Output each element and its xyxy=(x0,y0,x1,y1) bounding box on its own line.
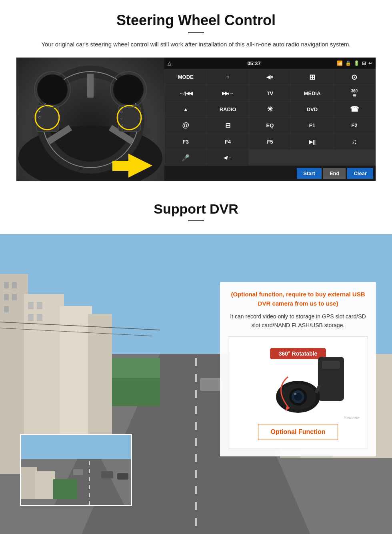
start-button[interactable]: Start xyxy=(297,168,322,179)
svg-rect-41 xyxy=(37,314,42,321)
svg-rect-51 xyxy=(200,378,222,391)
wifi-icon: 📶 xyxy=(337,60,343,66)
btn-f2[interactable]: F2 xyxy=(334,118,375,133)
end-button[interactable]: End xyxy=(323,168,346,179)
svg-rect-33 xyxy=(4,282,9,288)
lock-icon: 🔒 xyxy=(345,60,351,66)
btn-menu[interactable]: ≡ xyxy=(207,69,248,85)
svg-rect-64 xyxy=(73,469,83,475)
svg-rect-14 xyxy=(112,161,132,171)
optional-function-button[interactable]: Optional Function xyxy=(258,424,338,440)
android-ui-panel: △ 05:37 📶 🔒 🔋 ⊟ ↩ MODE ≡ ◀× ⊞ xyxy=(164,58,376,181)
svg-rect-39 xyxy=(37,302,42,309)
btn-dvd[interactable]: DVD xyxy=(291,102,333,117)
status-time: 05:37 xyxy=(247,60,260,66)
btn-tv[interactable]: TV xyxy=(249,85,291,101)
home-icon: △ xyxy=(168,60,171,66)
btn-music[interactable]: ♫ xyxy=(334,134,375,150)
dvr-info-box: (Optional function, require to buy exter… xyxy=(220,282,376,456)
svg-text:◇: ◇ xyxy=(120,110,123,114)
svg-rect-59 xyxy=(101,471,113,478)
btn-f3[interactable]: F3 xyxy=(165,134,206,150)
android-bottom-bar: Start End Clear xyxy=(164,166,376,181)
dvr-title: Support DVR xyxy=(16,201,376,217)
svg-rect-38 xyxy=(28,302,34,309)
btn-apps[interactable]: ⊞ xyxy=(291,69,333,85)
dvr-optional-note: (Optional function, require to buy exter… xyxy=(228,290,368,308)
svg-rect-34 xyxy=(12,282,17,288)
btn-settings[interactable]: ⊙ xyxy=(334,69,375,85)
steering-composite: + C - ◇ ○ ◁ △ 05:37 xyxy=(16,57,376,181)
btn-mute[interactable]: ◀× xyxy=(249,69,291,85)
btn-eq[interactable]: EQ xyxy=(249,118,291,133)
battery-icon: 🔋 xyxy=(354,60,360,66)
dvr-section: Support DVR xyxy=(0,189,392,534)
btn-mic[interactable]: 🎤 xyxy=(165,150,206,165)
svg-rect-61 xyxy=(21,467,37,499)
dvr-description: It can record video only to storage in G… xyxy=(228,312,368,330)
btn-playpause[interactable]: ▶|| xyxy=(291,134,333,150)
btn-f4[interactable]: F4 xyxy=(207,134,248,150)
clear-button[interactable]: Clear xyxy=(347,168,373,179)
window-icon: ⊟ xyxy=(362,60,366,66)
btn-mirror[interactable]: ⊟ xyxy=(207,118,248,133)
svg-text:○: ○ xyxy=(120,117,122,120)
svg-rect-63 xyxy=(53,479,77,499)
btn-next[interactable]: ▶▶/→ xyxy=(207,85,248,101)
steering-description: Your original car's steering wheel contr… xyxy=(40,40,352,49)
btn-internet[interactable]: @ xyxy=(165,118,206,133)
svg-rect-36 xyxy=(12,294,17,300)
btn-volmute[interactable]: ◀/← xyxy=(207,150,248,165)
btn-radio[interactable]: RADIO xyxy=(207,102,248,117)
android-button-grid: MODE ≡ ◀× ⊞ ⊙ ←/|◀◀ ▶▶/→ TV MEDIA 360≅ ▲… xyxy=(164,69,376,166)
dvr-camera-visual: 360° Rotatable xyxy=(242,345,354,417)
svg-rect-35 xyxy=(4,294,9,300)
svg-point-74 xyxy=(294,393,296,395)
dvr-inset-photo xyxy=(20,434,132,506)
btn-mode[interactable]: MODE xyxy=(165,69,206,85)
svg-rect-40 xyxy=(28,314,34,321)
btn-cam360[interactable]: 360≅ xyxy=(334,85,375,101)
title-divider xyxy=(188,32,204,33)
svg-rect-60 xyxy=(117,473,128,480)
dvr-background-image: (Optional function, require to buy exter… xyxy=(0,234,392,534)
btn-f1[interactable]: F1 xyxy=(291,118,333,133)
btn-brightness[interactable]: ☀ xyxy=(249,102,291,117)
steering-title: Steering Wheel Control xyxy=(16,12,376,29)
svg-point-24 xyxy=(113,74,144,105)
status-left: △ xyxy=(168,60,171,66)
svg-text:C: C xyxy=(38,116,41,119)
steering-section: Steering Wheel Control Your original car… xyxy=(0,0,392,189)
svg-point-23 xyxy=(37,74,68,105)
svg-text:◁: ◁ xyxy=(120,124,123,127)
svg-rect-43 xyxy=(112,358,160,378)
svg-rect-62 xyxy=(35,471,55,499)
btn-eject[interactable]: ▲ xyxy=(165,102,206,117)
btn-f5[interactable]: F5 xyxy=(249,134,291,150)
svg-rect-68 xyxy=(322,361,340,369)
btn-phone[interactable]: ☎ xyxy=(334,102,375,117)
btn-prev[interactable]: ←/|◀◀ xyxy=(165,85,206,101)
status-right: 📶 🔒 🔋 ⊟ ↩ xyxy=(337,60,372,66)
dvr-camera-box: 360° Rotatable xyxy=(228,336,368,448)
steering-photo: + C - ◇ ○ ◁ xyxy=(16,58,164,181)
svg-rect-55 xyxy=(21,435,132,459)
back-icon: ↩ xyxy=(368,60,372,66)
svg-text:360° Rotatable: 360° Rotatable xyxy=(279,350,318,357)
dvr-title-divider xyxy=(188,220,204,221)
svg-text:+: + xyxy=(38,110,40,114)
svg-rect-42 xyxy=(112,374,160,406)
android-statusbar: △ 05:37 📶 🔒 🔋 ⊟ ↩ xyxy=(164,58,376,69)
dvr-header: Support DVR xyxy=(0,189,392,234)
btn-media[interactable]: MEDIA xyxy=(291,85,333,101)
svg-rect-37 xyxy=(4,306,9,312)
